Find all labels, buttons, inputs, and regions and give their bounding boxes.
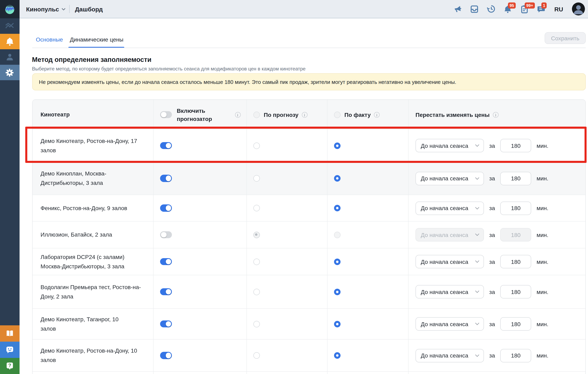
toggle-knob <box>166 353 171 358</box>
stop-select-value: До начала сеанса <box>421 352 475 359</box>
forecaster-master-toggle[interactable] <box>160 111 172 118</box>
by-forecast-master-radio[interactable] <box>253 111 260 118</box>
inbox-icon <box>470 5 479 13</box>
inbox-button[interactable] <box>470 4 479 13</box>
info-icon[interactable]: i <box>235 112 241 117</box>
unit-label: мин. <box>536 289 548 295</box>
stop-select-dropdown[interactable]: До начала сеанса <box>416 349 484 362</box>
info-icon[interactable]: i <box>302 112 307 117</box>
sidebar-item-help[interactable]: ? <box>0 358 19 374</box>
forecaster-toggle[interactable] <box>160 258 172 265</box>
tasks-button[interactable]: 99+ <box>520 4 529 13</box>
by-forecast-radio[interactable] <box>253 258 260 265</box>
stop-changing-cell: До начала сеанса за мин. <box>408 248 585 275</box>
by-fact-cell <box>327 129 408 162</box>
history-button[interactable] <box>487 4 496 13</box>
forecaster-toggle[interactable] <box>160 175 172 182</box>
col-header-forecaster-label: Включить прогнозатор <box>177 106 216 123</box>
minutes-input[interactable] <box>500 139 531 152</box>
minutes-input[interactable] <box>500 317 531 331</box>
book-icon <box>5 329 14 338</box>
col-header-by-fact: По факту i <box>327 100 408 129</box>
by-forecast-radio[interactable] <box>253 205 260 211</box>
minutes-input[interactable] <box>500 255 531 268</box>
forecaster-toggle[interactable] <box>160 231 172 239</box>
by-fact-radio[interactable] <box>334 205 340 211</box>
notifications-button[interactable]: 95 <box>504 4 513 13</box>
by-forecast-radio[interactable] <box>253 289 260 295</box>
minutes-input[interactable] <box>500 228 531 241</box>
sidebar-item-settings[interactable] <box>0 65 19 80</box>
tab-dynamic-prices[interactable]: Динамические цены <box>70 36 123 43</box>
minutes-input[interactable] <box>500 201 531 215</box>
by-fact-radio[interactable] <box>334 175 340 182</box>
stop-select-dropdown[interactable]: До начала сеанса <box>416 139 484 152</box>
stop-select-dropdown[interactable]: До начала сеанса <box>416 172 484 185</box>
minutes-input[interactable] <box>500 172 531 185</box>
by-fact-master-radio[interactable] <box>334 111 340 118</box>
language-selector[interactable]: RU <box>554 6 563 12</box>
top-header: Кинопульс Дашборд <box>0 0 588 18</box>
app-switcher[interactable]: Кинопульс <box>26 6 66 12</box>
stop-select-dropdown[interactable]: До начала сеанса <box>416 285 484 299</box>
user-avatar[interactable] <box>572 2 585 15</box>
by-forecast-radio[interactable] <box>253 321 260 327</box>
sidebar-nav: ? <box>0 18 19 374</box>
forecaster-toggle[interactable] <box>160 288 172 295</box>
stop-select-dropdown[interactable]: До начала сеанса <box>416 317 484 331</box>
by-forecast-radio[interactable] <box>253 142 260 149</box>
info-icon[interactable]: i <box>493 112 499 117</box>
unit-label: мин. <box>536 142 548 149</box>
stop-select-dropdown[interactable]: До начала сеанса <box>416 228 484 241</box>
chevron-down-icon <box>475 207 479 209</box>
stop-changing-cell: До начала сеанса за мин. <box>408 162 585 195</box>
by-fact-radio[interactable] <box>334 289 340 295</box>
forecaster-toggle[interactable] <box>160 142 172 149</box>
announcement-button[interactable] <box>453 4 462 13</box>
forecaster-toggle[interactable] <box>160 352 172 359</box>
app-logo[interactable] <box>0 0 19 18</box>
by-fact-radio[interactable] <box>334 258 340 265</box>
chevron-down-icon <box>62 8 66 10</box>
sidebar-item-users[interactable] <box>0 49 19 65</box>
forecaster-toggle[interactable] <box>160 205 172 212</box>
by-fact-radio[interactable] <box>334 321 340 327</box>
cinema-name: Демо Кинотеатр, Таганрог, 10залов <box>41 314 118 333</box>
save-button[interactable]: Сохранить <box>545 32 586 44</box>
cinema-name-cell: Иллюзион, Батайск, 2 зала <box>32 221 153 248</box>
by-fact-cell <box>327 340 408 371</box>
tab-main[interactable]: Основные <box>36 36 63 43</box>
messages-button[interactable]: 1 <box>537 4 546 13</box>
preposition-label: за <box>489 321 495 327</box>
toggle-knob <box>166 143 171 148</box>
table-row: Демо Кинотеатр, Ростов-на-Дону, 10залов … <box>32 339 585 371</box>
by-fact-radio[interactable] <box>334 142 340 149</box>
minutes-input[interactable] <box>500 349 531 362</box>
stop-select-dropdown[interactable]: До начала сеанса <box>416 201 484 215</box>
info-icon[interactable]: i <box>374 112 380 117</box>
cinema-name: Иллюзион, Батайск, 2 зала <box>41 230 112 239</box>
sidebar-item-support-chat[interactable] <box>0 342 19 358</box>
forecaster-cell <box>153 162 246 195</box>
cinema-name-cell <box>32 372 153 374</box>
kinopulse-logo-icon <box>4 4 15 14</box>
warning-banner: Не рекомендуем изменять цены, если до на… <box>32 73 586 90</box>
by-forecast-radio[interactable] <box>253 175 260 182</box>
sidebar-item-docs[interactable] <box>0 325 19 342</box>
chevron-down-icon <box>475 260 479 263</box>
sidebar-item-notifications[interactable] <box>0 34 19 49</box>
by-fact-cell <box>327 275 408 308</box>
forecaster-toggle[interactable] <box>160 321 172 328</box>
stop-select-dropdown[interactable]: До начала сеанса <box>416 255 484 268</box>
by-fact-radio[interactable] <box>334 231 340 238</box>
sidebar-item-analytics[interactable] <box>0 18 19 34</box>
by-fact-radio[interactable] <box>334 352 340 359</box>
minutes-input[interactable] <box>500 285 531 299</box>
bell-icon <box>5 37 14 46</box>
by-forecast-radio[interactable] <box>253 352 260 359</box>
cinema-name: Лаборатория DCP24 (с залами)Москва-Дистр… <box>41 252 125 271</box>
by-forecast-radio[interactable] <box>253 231 260 238</box>
header-actions: 95 99+ 1 RU <box>453 0 585 18</box>
chevron-down-icon <box>475 144 479 147</box>
unit-label: мин. <box>536 175 548 182</box>
